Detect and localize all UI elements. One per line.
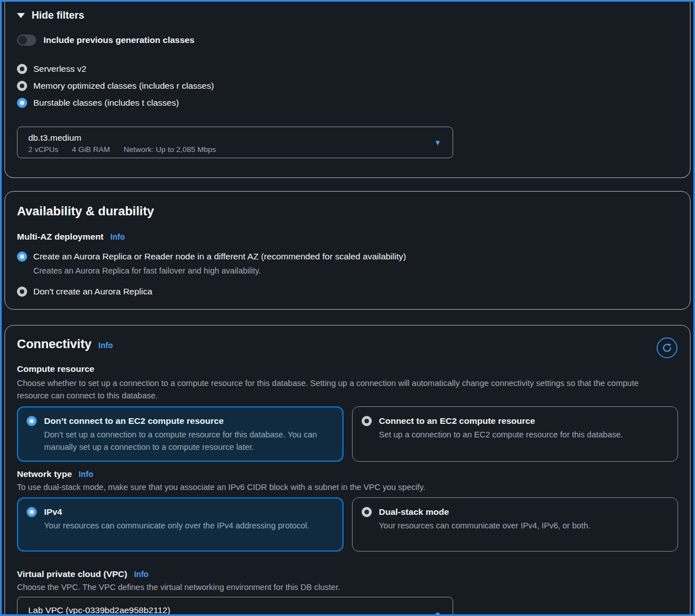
section-title: Connectivity xyxy=(17,337,92,352)
radio-icon xyxy=(17,81,27,91)
radio-selected-icon xyxy=(27,416,37,426)
radio-label: Serverless v2 xyxy=(33,64,86,74)
compute-resource-description: Choose whether to set up a connection to… xyxy=(17,377,672,402)
radio-description: Creates an Aurora Replica for fast failo… xyxy=(33,265,406,276)
collapse-triangle-icon xyxy=(17,13,25,18)
radio-option-memory-optimized[interactable]: Memory optimized classes (includes r cla… xyxy=(17,81,678,91)
radio-icon xyxy=(362,416,372,426)
radio-selected-icon xyxy=(17,98,27,108)
vpc-info-link[interactable]: Info xyxy=(134,570,149,579)
tile-ipv4[interactable]: IPv4 Your resources can communicate only… xyxy=(17,497,344,552)
tile-title: Connect to an EC2 compute resource xyxy=(379,415,623,427)
network-type-description: To use dual-stack mode, make sure that y… xyxy=(17,481,672,493)
instance-class-value: db.t3.medium xyxy=(28,132,430,144)
connectivity-info-link[interactable]: Info xyxy=(98,341,113,350)
tile-description: Your resources can communicate over IPv4… xyxy=(379,519,590,532)
compute-resource-tiles: Don’t connect to an EC2 compute resource… xyxy=(17,406,678,462)
tile-connect-ec2[interactable]: Connect to an EC2 compute resource Set u… xyxy=(352,406,679,462)
network-type-tiles: IPv4 Your resources can communicate only… xyxy=(17,497,678,552)
tile-dont-connect-ec2[interactable]: Don’t connect to an EC2 compute resource… xyxy=(17,406,344,462)
tile-title: Don’t connect to an EC2 compute resource xyxy=(44,415,329,427)
radio-option-serverless-v2[interactable]: Serverless v2 xyxy=(17,64,678,74)
tile-title: IPv4 xyxy=(44,506,309,518)
radio-option-no-replica[interactable]: Don't create an Aurora Replica xyxy=(17,286,678,297)
compute-resource-label: Compute resource xyxy=(17,363,678,375)
radio-option-create-replica[interactable]: Create an Aurora Replica or Reader node … xyxy=(17,251,678,276)
refresh-icon xyxy=(662,342,672,353)
chevron-down-icon: ▼ xyxy=(434,138,441,147)
network-type-info-link[interactable]: Info xyxy=(79,470,93,479)
radio-icon xyxy=(362,507,372,517)
radio-option-burstable[interactable]: Burstable classes (includes t classes) xyxy=(17,98,678,108)
radio-icon xyxy=(17,64,27,74)
radio-selected-icon xyxy=(27,507,37,517)
radio-label: Don't create an Aurora Replica xyxy=(33,286,153,297)
previous-generation-toggle-label: Include previous generation classes xyxy=(44,35,194,45)
section-title: Availability & durability xyxy=(17,204,154,219)
vpc-select[interactable]: Lab VPC (vpc-0339bd2ae958b2112) ▼ xyxy=(17,597,453,616)
network-type-label: Network type xyxy=(17,468,72,480)
tile-dual-stack[interactable]: Dual-stack mode Your resources can commu… xyxy=(352,497,679,552)
vpc-select-value: Lab VPC (vpc-0339bd2ae958b2112) xyxy=(28,604,430,616)
radio-selected-icon xyxy=(17,251,27,262)
radio-icon xyxy=(17,287,27,297)
hide-filters-label: Hide filters xyxy=(32,10,84,21)
radio-label: Create an Aurora Replica or Reader node … xyxy=(33,251,406,262)
availability-durability-section: Availability & durability Multi-AZ deplo… xyxy=(5,191,690,310)
previous-generation-toggle[interactable] xyxy=(17,34,36,46)
vpc-label: Virtual private cloud (VPC) xyxy=(17,569,127,580)
tile-description: Set up a connection to an EC2 compute re… xyxy=(379,428,623,441)
instance-class-specs: 2 vCPUs4 GiB RAMNetwork: Up to 2,085 Mbp… xyxy=(28,144,430,155)
refresh-button[interactable] xyxy=(657,337,677,358)
radio-label: Memory optimized classes (includes r cla… xyxy=(33,81,214,91)
chevron-down-icon: ▼ xyxy=(434,610,441,616)
connectivity-section: Connectivity Info Compute resource Choos… xyxy=(5,325,690,616)
radio-label: Burstable classes (includes t classes) xyxy=(33,98,179,108)
hide-filters-toggle[interactable]: Hide filters xyxy=(17,10,678,21)
filters-section: Hide filters Include previous generation… xyxy=(5,2,690,178)
instance-class-select[interactable]: db.t3.medium 2 vCPUs4 GiB RAMNetwork: Up… xyxy=(17,127,453,158)
toggle-knob xyxy=(18,35,28,45)
tile-description: Your resources can communicate only over… xyxy=(44,519,309,532)
multi-az-label: Multi-AZ deployment xyxy=(17,231,103,242)
tile-description: Don’t set up a connection to a compute r… xyxy=(44,428,329,453)
tile-title: Dual-stack mode xyxy=(379,506,590,518)
multi-az-info-link[interactable]: Info xyxy=(110,232,125,241)
class-filter-radio-group: Serverless v2 Memory optimized classes (… xyxy=(17,64,678,108)
rds-create-database-page: Hide filters Include previous generation… xyxy=(0,0,695,616)
vpc-description: Choose the VPC. The VPC defines the virt… xyxy=(17,581,672,593)
